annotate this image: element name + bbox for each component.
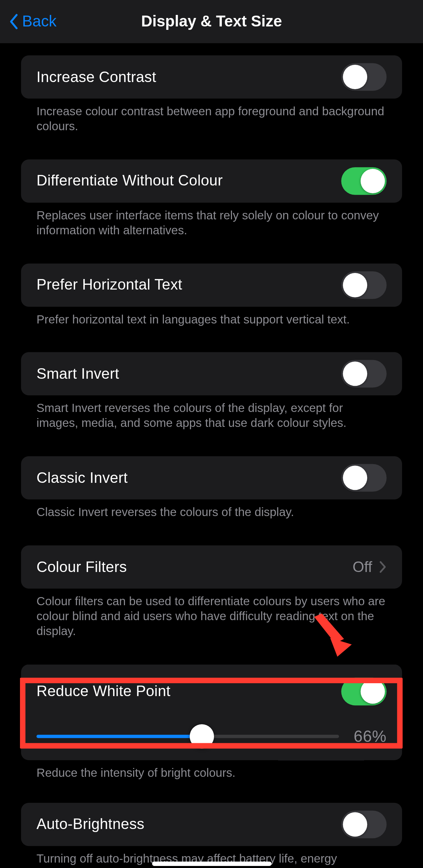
switch-classic-invert[interactable]	[341, 464, 387, 492]
back-button[interactable]: Back	[9, 13, 57, 31]
row-footer: Colour filters can be used to differenti…	[21, 594, 402, 656]
page-title: Display & Text Size	[0, 13, 423, 31]
row-reduce-white-point: Reduce White Point 66%	[21, 664, 402, 760]
home-indicator[interactable]	[152, 861, 271, 866]
group-increase-contrast: Increase Contrast Increase colour contra…	[21, 55, 402, 152]
row-footer: Prefer horizontal text in languages that…	[21, 312, 402, 344]
row-title: Differentiate Without Colour	[37, 172, 223, 190]
row-footer: Smart Invert reverses the colours of the…	[21, 401, 402, 449]
settings-list: Increase Contrast Increase colour contra…	[0, 43, 423, 868]
chevron-right-icon	[379, 560, 387, 574]
switch-smart-invert[interactable]	[341, 360, 387, 388]
slider-fill	[37, 735, 202, 738]
group-classic-invert: Classic Invert Classic Invert reverses t…	[21, 456, 402, 538]
slider-percent-label: 66%	[354, 727, 386, 746]
switch-prefer-horizontal-text[interactable]	[341, 271, 387, 299]
group-auto-brightness: Auto-Brightness Turning off auto-brightn…	[21, 803, 402, 868]
row-footer: Increase colour contrast between app for…	[21, 104, 402, 152]
row-prefer-horizontal-text[interactable]: Prefer Horizontal Text	[21, 263, 402, 306]
switch-differentiate-without-colour[interactable]	[341, 167, 387, 195]
row-title: Smart Invert	[37, 366, 119, 383]
row-accessory: Off	[353, 558, 386, 576]
group-prefer-horizontal-text: Prefer Horizontal Text Prefer horizontal…	[21, 263, 402, 344]
row-footer: Classic Invert reverses the colours of t…	[21, 505, 402, 538]
row-title: Prefer Horizontal Text	[37, 276, 182, 294]
switch-reduce-white-point[interactable]	[341, 677, 387, 705]
row-title: Classic Invert	[37, 469, 128, 487]
row-differentiate-without-colour[interactable]: Differentiate Without Colour	[21, 159, 402, 202]
row-title: Reduce White Point	[37, 683, 171, 700]
row-title: Colour Filters	[37, 558, 127, 576]
row-title: Increase Contrast	[37, 68, 156, 86]
back-label: Back	[22, 13, 57, 31]
nav-bar: Back Display & Text Size	[0, 0, 423, 43]
row-title: Auto-Brightness	[37, 815, 145, 833]
row-increase-contrast[interactable]: Increase Contrast	[21, 55, 402, 98]
group-reduce-white-point: Reduce White Point 66% Reduce the intens…	[21, 664, 402, 795]
switch-auto-brightness[interactable]	[341, 810, 387, 838]
row-classic-invert[interactable]: Classic Invert	[21, 456, 402, 499]
chevron-left-icon	[9, 13, 19, 30]
row-smart-invert[interactable]: Smart Invert	[21, 352, 402, 395]
group-colour-filters: Colour Filters Off Colour filters can be…	[21, 546, 402, 657]
group-smart-invert: Smart Invert Smart Invert reverses the c…	[21, 352, 402, 449]
switch-increase-contrast[interactable]	[341, 63, 387, 91]
slider-reduce-white-point[interactable]	[37, 735, 339, 738]
row-colour-filters[interactable]: Colour Filters Off	[21, 546, 402, 589]
colour-filters-value: Off	[353, 558, 372, 576]
slider-thumb[interactable]	[190, 724, 214, 749]
group-differentiate-without-colour: Differentiate Without Colour Replaces us…	[21, 159, 402, 256]
row-footer: Replaces user interface items that rely …	[21, 208, 402, 256]
row-footer: Reduce the intensity of bright colours.	[21, 760, 402, 795]
row-auto-brightness[interactable]: Auto-Brightness	[21, 803, 402, 846]
